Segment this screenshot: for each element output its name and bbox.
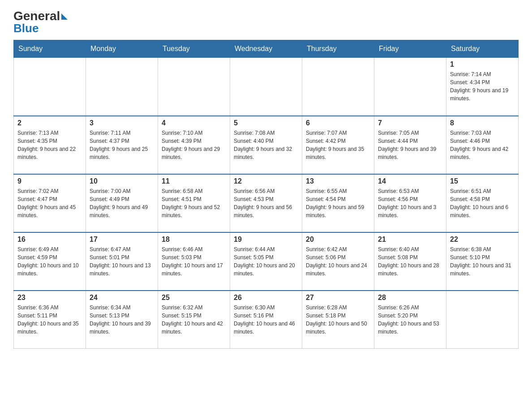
calendar-cell: 11Sunrise: 6:58 AM Sunset: 4:51 PM Dayli… [158, 174, 230, 232]
day-number: 8 [450, 119, 515, 127]
calendar-cell: 23Sunrise: 6:36 AM Sunset: 5:11 PM Dayli… [14, 291, 86, 349]
day-info: Sunrise: 6:46 AM Sunset: 5:03 PM Dayligh… [162, 245, 226, 278]
calendar-cell [230, 58, 302, 116]
calendar-cell: 22Sunrise: 6:38 AM Sunset: 5:10 PM Dayli… [446, 232, 519, 291]
day-number: 21 [378, 235, 442, 244]
day-number: 7 [378, 119, 442, 127]
day-info: Sunrise: 6:55 AM Sunset: 4:54 PM Dayligh… [306, 187, 370, 219]
day-number: 2 [17, 119, 82, 127]
calendar-cell: 25Sunrise: 6:32 AM Sunset: 5:15 PM Dayli… [158, 291, 230, 349]
day-number: 18 [162, 235, 226, 244]
calendar-cell: 5Sunrise: 7:08 AM Sunset: 4:40 PM Daylig… [230, 116, 302, 174]
day-number: 12 [234, 177, 298, 185]
day-info: Sunrise: 6:32 AM Sunset: 5:15 PM Dayligh… [162, 304, 226, 336]
calendar-cell [14, 58, 86, 116]
day-info: Sunrise: 6:53 AM Sunset: 4:56 PM Dayligh… [378, 187, 442, 219]
logo-arrow-icon [61, 13, 68, 20]
calendar-week-row: 2Sunrise: 7:13 AM Sunset: 4:35 PM Daylig… [14, 116, 519, 174]
day-number: 14 [378, 177, 442, 185]
calendar-cell [86, 58, 158, 116]
day-number: 1 [450, 60, 515, 68]
day-info: Sunrise: 6:36 AM Sunset: 5:11 PM Dayligh… [17, 304, 82, 336]
logo: General Blue [13, 9, 68, 35]
day-number: 9 [17, 177, 82, 185]
day-number: 28 [378, 294, 442, 302]
day-info: Sunrise: 6:44 AM Sunset: 5:05 PM Dayligh… [234, 245, 298, 278]
day-number: 23 [17, 294, 82, 302]
calendar-cell: 15Sunrise: 6:51 AM Sunset: 4:58 PM Dayli… [446, 174, 519, 232]
day-info: Sunrise: 7:02 AM Sunset: 4:47 PM Dayligh… [17, 187, 82, 219]
day-info: Sunrise: 7:13 AM Sunset: 4:35 PM Dayligh… [17, 129, 82, 161]
day-info: Sunrise: 7:03 AM Sunset: 4:46 PM Dayligh… [450, 129, 515, 161]
day-number: 20 [306, 235, 370, 244]
day-info: Sunrise: 7:00 AM Sunset: 4:49 PM Dayligh… [90, 187, 154, 219]
day-info: Sunrise: 6:47 AM Sunset: 5:01 PM Dayligh… [90, 245, 154, 278]
day-info: Sunrise: 7:14 AM Sunset: 4:34 PM Dayligh… [450, 70, 515, 103]
calendar-table: SundayMondayTuesdayWednesdayThursdayFrid… [13, 40, 519, 349]
day-info: Sunrise: 6:49 AM Sunset: 4:59 PM Dayligh… [17, 245, 82, 278]
day-info: Sunrise: 6:58 AM Sunset: 4:51 PM Dayligh… [162, 187, 226, 219]
day-number: 3 [90, 119, 154, 127]
day-number: 5 [234, 119, 298, 127]
day-number: 24 [90, 294, 154, 302]
weekday-header-monday: Monday [86, 40, 158, 58]
calendar-cell: 9Sunrise: 7:02 AM Sunset: 4:47 PM Daylig… [14, 174, 86, 232]
calendar-cell [374, 58, 446, 116]
calendar-cell: 6Sunrise: 7:07 AM Sunset: 4:42 PM Daylig… [302, 116, 374, 174]
day-info: Sunrise: 6:26 AM Sunset: 5:20 PM Dayligh… [378, 304, 442, 336]
weekday-header-tuesday: Tuesday [158, 40, 230, 58]
day-number: 25 [162, 294, 226, 302]
day-info: Sunrise: 7:05 AM Sunset: 4:44 PM Dayligh… [378, 129, 442, 161]
day-info: Sunrise: 7:08 AM Sunset: 4:40 PM Dayligh… [234, 129, 298, 161]
calendar-week-row: 16Sunrise: 6:49 AM Sunset: 4:59 PM Dayli… [14, 232, 519, 291]
calendar-cell [446, 291, 519, 349]
day-info: Sunrise: 6:42 AM Sunset: 5:06 PM Dayligh… [306, 245, 370, 278]
day-number: 22 [450, 235, 515, 244]
calendar-cell: 21Sunrise: 6:40 AM Sunset: 5:08 PM Dayli… [374, 232, 446, 291]
day-info: Sunrise: 6:51 AM Sunset: 4:58 PM Dayligh… [450, 187, 515, 219]
calendar-cell: 26Sunrise: 6:30 AM Sunset: 5:16 PM Dayli… [230, 291, 302, 349]
day-number: 6 [306, 119, 370, 127]
day-info: Sunrise: 6:28 AM Sunset: 5:18 PM Dayligh… [306, 304, 370, 336]
calendar-week-row: 1Sunrise: 7:14 AM Sunset: 4:34 PM Daylig… [14, 58, 519, 116]
calendar-cell: 16Sunrise: 6:49 AM Sunset: 4:59 PM Dayli… [14, 232, 86, 291]
calendar-cell: 2Sunrise: 7:13 AM Sunset: 4:35 PM Daylig… [14, 116, 86, 174]
calendar-cell: 18Sunrise: 6:46 AM Sunset: 5:03 PM Dayli… [158, 232, 230, 291]
calendar-cell: 3Sunrise: 7:11 AM Sunset: 4:37 PM Daylig… [86, 116, 158, 174]
calendar-cell: 13Sunrise: 6:55 AM Sunset: 4:54 PM Dayli… [302, 174, 374, 232]
calendar-cell: 4Sunrise: 7:10 AM Sunset: 4:39 PM Daylig… [158, 116, 230, 174]
calendar-cell: 8Sunrise: 7:03 AM Sunset: 4:46 PM Daylig… [446, 116, 519, 174]
calendar-week-row: 23Sunrise: 6:36 AM Sunset: 5:11 PM Dayli… [14, 291, 519, 349]
calendar-header-row: SundayMondayTuesdayWednesdayThursdayFrid… [14, 40, 519, 58]
day-info: Sunrise: 6:34 AM Sunset: 5:13 PM Dayligh… [90, 304, 154, 336]
calendar-cell [158, 58, 230, 116]
day-number: 13 [306, 177, 370, 185]
weekday-header-sunday: Sunday [14, 40, 86, 58]
weekday-header-saturday: Saturday [446, 40, 519, 58]
day-number: 17 [90, 235, 154, 244]
calendar-cell: 14Sunrise: 6:53 AM Sunset: 4:56 PM Dayli… [374, 174, 446, 232]
calendar-cell: 10Sunrise: 7:00 AM Sunset: 4:49 PM Dayli… [86, 174, 158, 232]
logo-blue-label: Blue [13, 21, 39, 35]
weekday-header-friday: Friday [374, 40, 446, 58]
calendar-cell: 27Sunrise: 6:28 AM Sunset: 5:18 PM Dayli… [302, 291, 374, 349]
calendar-week-row: 9Sunrise: 7:02 AM Sunset: 4:47 PM Daylig… [14, 174, 519, 232]
day-info: Sunrise: 6:56 AM Sunset: 4:53 PM Dayligh… [234, 187, 298, 219]
page-header: General Blue [13, 9, 519, 35]
day-number: 16 [17, 235, 82, 244]
weekday-header-thursday: Thursday [302, 40, 374, 58]
calendar-cell: 1Sunrise: 7:14 AM Sunset: 4:34 PM Daylig… [446, 58, 519, 116]
day-info: Sunrise: 6:30 AM Sunset: 5:16 PM Dayligh… [234, 304, 298, 336]
day-info: Sunrise: 7:07 AM Sunset: 4:42 PM Dayligh… [306, 129, 370, 161]
day-number: 19 [234, 235, 298, 244]
calendar-cell: 7Sunrise: 7:05 AM Sunset: 4:44 PM Daylig… [374, 116, 446, 174]
day-number: 10 [90, 177, 154, 185]
calendar-cell: 28Sunrise: 6:26 AM Sunset: 5:20 PM Dayli… [374, 291, 446, 349]
day-info: Sunrise: 7:11 AM Sunset: 4:37 PM Dayligh… [90, 129, 154, 161]
calendar-cell: 12Sunrise: 6:56 AM Sunset: 4:53 PM Dayli… [230, 174, 302, 232]
day-info: Sunrise: 7:10 AM Sunset: 4:39 PM Dayligh… [162, 129, 226, 161]
day-number: 27 [306, 294, 370, 302]
calendar-cell: 17Sunrise: 6:47 AM Sunset: 5:01 PM Dayli… [86, 232, 158, 291]
day-number: 15 [450, 177, 515, 185]
calendar-cell: 24Sunrise: 6:34 AM Sunset: 5:13 PM Dayli… [86, 291, 158, 349]
